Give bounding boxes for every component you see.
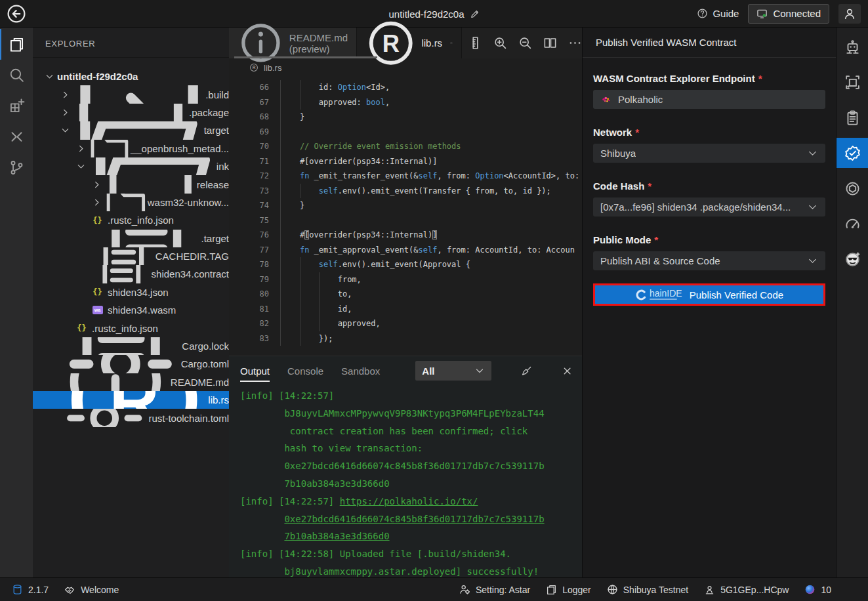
- folder-icon: [73, 104, 189, 121]
- status-version[interactable]: 2.1.7: [12, 584, 49, 595]
- tree-item-label: wasm32-unknow...: [148, 197, 229, 208]
- tab-lib-rs[interactable]: Rlib.rs: [357, 28, 462, 58]
- status-logger[interactable]: Logger: [546, 584, 591, 595]
- tree-item-build[interactable]: .build: [33, 85, 229, 103]
- activity-cool-emoji[interactable]: [837, 241, 868, 277]
- line-number: 74: [229, 198, 269, 213]
- output-tab-sandbox[interactable]: Sandbox: [341, 356, 380, 385]
- code-editor[interactable]: 66 id: Option<Id>, 67 approved: bool, 68…: [229, 77, 582, 356]
- tree-item-rustc-info-json[interactable]: {}.rustc_info.json: [33, 211, 229, 229]
- line-number: 76: [229, 228, 269, 243]
- tree-item-label: shiden34.contract: [152, 268, 229, 280]
- output-tab-console[interactable]: Console: [287, 356, 323, 385]
- explorer-sidebar: EXPLORER untitled-f29d2c0a .build .packa…: [33, 28, 229, 577]
- code-line-73: 73 self.env().emit_event(Transfer { from…: [229, 184, 582, 199]
- status-network[interactable]: Shibuya Testnet: [607, 584, 688, 595]
- tree-item-openbrush-metad[interactable]: __openbrush_metad...: [33, 140, 229, 157]
- code-line-77: 77 fn _emit_approval_event(&self, from: …: [229, 243, 582, 258]
- activity-openai[interactable]: [837, 171, 868, 206]
- status-setting[interactable]: Setting: Astar: [459, 584, 530, 595]
- code-line-75: 75: [229, 213, 582, 228]
- account-button[interactable]: [838, 4, 861, 24]
- explorer-endpoint-value: Polkaholic: [618, 94, 663, 105]
- activity-git-branch[interactable]: [0, 152, 33, 183]
- status-balance[interactable]: 10: [804, 584, 831, 595]
- ruler-icon[interactable]: [468, 36, 482, 50]
- explorer-endpoint-label: WASM Contract Explorer Endpoint*: [593, 73, 825, 84]
- json-icon: {}: [76, 323, 87, 333]
- tree-item-ink[interactable]: ink: [33, 157, 229, 175]
- split-icon[interactable]: [543, 36, 557, 50]
- activity-search[interactable]: [0, 60, 33, 91]
- activity-clipboard[interactable]: [837, 100, 868, 135]
- line-number: 83: [229, 331, 269, 346]
- tree-item-cachedir-tag[interactable]: CACHEDIR.TAG: [33, 247, 229, 265]
- tree-item-package[interactable]: .package: [33, 104, 229, 121]
- network-select[interactable]: Shibuya: [593, 144, 825, 163]
- log-filter-select[interactable]: All: [415, 361, 491, 381]
- activity-robot[interactable]: [837, 29, 868, 64]
- publish-button-label: Publish Verified Code: [690, 289, 783, 300]
- code-hash-label: Code Hash*: [593, 180, 825, 192]
- tree-item-readme-md[interactable]: README.md: [33, 373, 229, 391]
- rename-pencil-icon[interactable]: [470, 9, 480, 19]
- line-number: 73: [229, 184, 269, 199]
- info-icon: [60, 373, 171, 391]
- tree-item-rust-toolchain-toml[interactable]: rust-toolchain.toml: [33, 409, 229, 426]
- line-number: 81: [229, 302, 269, 317]
- svg-text:R: R: [110, 391, 159, 409]
- tree-item-rustc-info-json[interactable]: {}.rustc_info.json: [33, 319, 229, 337]
- activity-plugin[interactable]: [0, 91, 33, 121]
- textfile-icon: [92, 230, 201, 247]
- tree-item-cargo-lock[interactable]: Cargo.lock: [33, 337, 229, 355]
- back-button[interactable]: [7, 4, 26, 24]
- explorer-endpoint-field[interactable]: Polkaholic: [593, 90, 825, 109]
- activity-files[interactable]: [0, 29, 33, 60]
- tab-label: lib.rs: [421, 37, 442, 49]
- code-line-78: 78 self.env().emit_event(Approval {: [229, 257, 582, 272]
- log-link[interactable]: 0xe27bdcd6416d66074c845b8f36d01717db7c7c…: [284, 514, 544, 524]
- polkaholic-icon: [600, 94, 612, 105]
- chevron-down-icon: [60, 125, 70, 135]
- openai-icon: [844, 180, 861, 197]
- tree-item-shiden34-wasm[interactable]: washiden34.wasm: [33, 301, 229, 319]
- activity-collapse[interactable]: [0, 121, 33, 152]
- output-tab-output[interactable]: Output: [240, 356, 270, 385]
- log-link[interactable]: https://polkaholic.io/tx/: [340, 496, 478, 507]
- activity-scan[interactable]: [837, 64, 868, 100]
- zoom-in-icon[interactable]: [493, 36, 507, 50]
- chevron-right-icon: [60, 90, 70, 100]
- tab-readme-md-preview[interactable]: README.md (preview): [229, 28, 357, 58]
- clear-log-icon[interactable]: [521, 365, 532, 377]
- activity-gauge[interactable]: [837, 206, 868, 241]
- chevron-down-icon: [474, 365, 485, 376]
- activity-verified[interactable]: [837, 138, 868, 168]
- connected-button[interactable]: Connected: [748, 4, 829, 24]
- close-tab-icon[interactable]: [450, 38, 453, 48]
- tree-item-target[interactable]: .target: [33, 230, 229, 247]
- guide-button[interactable]: Guide: [697, 8, 739, 19]
- tab-label: README.md (preview): [289, 32, 348, 54]
- tree-item-untitled-f29d2c0a[interactable]: untitled-f29d2c0a: [33, 68, 229, 85]
- log-link[interactable]: 7b10ab384a3e3d366d0: [284, 531, 389, 541]
- close-panel-icon[interactable]: [562, 365, 573, 377]
- code-hash-select[interactable]: [0x7a...fe96] shiden34 .package/shiden34…: [593, 197, 825, 217]
- zoom-out-icon[interactable]: [518, 36, 532, 50]
- tree-item-lib-rs[interactable]: Rlib.rs: [33, 391, 229, 409]
- status-welcome[interactable]: Welcome: [64, 584, 119, 595]
- status-account[interactable]: 5G1GEp...HCpw: [704, 584, 789, 595]
- textfile-icon: [92, 247, 155, 265]
- tree-item-shiden34-json[interactable]: {}shiden34.json: [33, 283, 229, 301]
- tree-item-cargo-toml[interactable]: Cargo.toml: [33, 355, 229, 373]
- publish-verified-code-button[interactable]: hainIDE Publish Verified Code: [595, 285, 823, 304]
- svg-text:R: R: [382, 30, 400, 57]
- database-icon: [12, 584, 23, 595]
- more-icon[interactable]: [568, 36, 582, 50]
- tab-scrollbar[interactable]: [234, 56, 377, 58]
- tree-item-release[interactable]: release: [33, 175, 229, 193]
- tree-item-shiden34-contract[interactable]: shiden34.contract: [33, 265, 229, 283]
- tree-item-target[interactable]: target: [33, 121, 229, 139]
- folder-link-icon: [73, 85, 205, 103]
- tree-item-wasm32-unknow[interactable]: wasm32-unknow...: [33, 194, 229, 211]
- public-mode-select[interactable]: Publish ABI & Source Code: [593, 251, 825, 270]
